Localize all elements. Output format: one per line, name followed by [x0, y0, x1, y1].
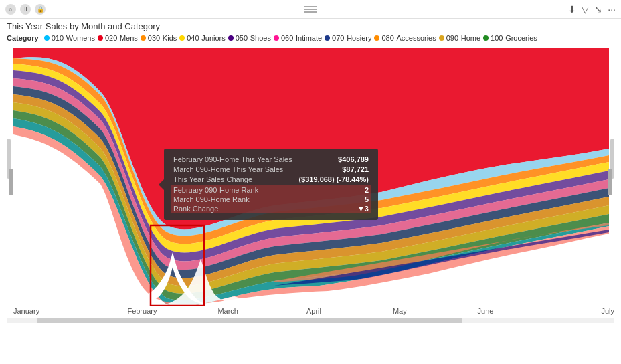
- legend-item-8: 090-Home: [439, 34, 480, 42]
- tooltip-row-6: Rank Change ▼3: [171, 204, 371, 213]
- legend-label-2: 030-Kids: [148, 34, 177, 42]
- legend-item-6: 070-Hosiery: [325, 34, 371, 42]
- tooltip-row-1: February 090-Home This Year Sales $406,7…: [173, 155, 369, 163]
- legend-dot-3: [179, 35, 185, 41]
- legend-prefix: Category: [7, 34, 39, 42]
- legend-label-0: 010-Womens: [52, 34, 95, 42]
- tooltip-val-6: ▼3: [357, 205, 369, 213]
- legend-dot-1: [98, 35, 103, 41]
- legend-dot-2: [141, 35, 146, 41]
- legend-label-3: 040-Juniors: [187, 34, 225, 42]
- tooltip-row-4: February 090-Home Rank 2: [171, 185, 371, 195]
- tooltip-row-5: March 090-Home Rank 5: [171, 195, 371, 204]
- tooltip-row-2: March 090-Home This Year Sales $87,721: [173, 165, 369, 173]
- tooltip-key-4: February 090-Home Rank: [173, 186, 258, 194]
- legend-item-0: 010-Womens: [44, 34, 95, 42]
- legend-item-5: 060-Intimate: [274, 34, 322, 42]
- scrollbar-thumb[interactable]: [37, 318, 462, 323]
- tooltip-val-3: ($319,068) (-78.44%): [298, 175, 369, 183]
- tooltip-key-1: February 090-Home This Year Sales: [173, 155, 292, 163]
- legend-item-4: 050-Shoes: [228, 34, 271, 42]
- legend-label-1: 020-Mens: [105, 34, 138, 42]
- tooltip-val-5: 5: [365, 195, 369, 203]
- legend-item-7: 080-Accessories: [374, 34, 436, 42]
- legend-item-1: 020-Mens: [98, 34, 138, 42]
- legend-label-9: 100-Groceries: [491, 34, 537, 42]
- x-label-february: February: [99, 307, 185, 315]
- tooltip-row-3: This Year Sales Change ($319,068) (-78.4…: [173, 175, 369, 183]
- tooltip-key-2: March 090-Home This Year Sales: [173, 165, 283, 173]
- legend-dot-9: [483, 35, 489, 41]
- tooltip-key-6: Rank Change: [173, 205, 218, 213]
- legend-label-7: 080-Accessories: [381, 34, 436, 42]
- chart-title: This Year Sales by Month and Category: [0, 19, 621, 33]
- top-bar-left: ○ ⏸ 🔒: [5, 4, 46, 15]
- scrollbar[interactable]: [7, 318, 614, 323]
- legend-label-5: 060-Intimate: [281, 34, 322, 42]
- x-label-april: April: [271, 307, 357, 315]
- tooltip-val-4: 2: [365, 186, 369, 194]
- legend-label-4: 050-Shoes: [236, 34, 271, 42]
- legend-dot-4: [228, 35, 234, 41]
- x-axis: January February March April May June Ju…: [0, 306, 621, 318]
- legend: Category 010-Womens020-Mens030-Kids040-J…: [0, 33, 621, 45]
- legend-label-6: 070-Hosiery: [332, 34, 371, 42]
- x-label-january: January: [13, 307, 99, 315]
- legend-label-8: 090-Home: [446, 34, 480, 42]
- lock-icon[interactable]: 🔒: [35, 4, 46, 15]
- svg-rect-5: [608, 169, 612, 195]
- filter-icon[interactable]: ▽: [582, 4, 589, 15]
- legend-dot-8: [439, 35, 444, 41]
- x-label-may: May: [357, 307, 442, 315]
- top-bar-right: ⬇ ▽ ⤡ ···: [568, 4, 616, 15]
- download-icon[interactable]: ⬇: [568, 4, 576, 15]
- x-label-march: March: [185, 307, 271, 315]
- legend-item-2: 030-Kids: [141, 34, 177, 42]
- legend-item-3: 040-Juniors: [179, 34, 225, 42]
- svg-rect-4: [9, 169, 13, 195]
- top-bar-center: [304, 6, 317, 13]
- x-label-june: June: [442, 307, 528, 315]
- top-bar: ○ ⏸ 🔒 ⬇ ▽ ⤡ ···: [0, 0, 621, 19]
- legend-dot-6: [325, 35, 330, 41]
- top-bar-icons: ○ ⏸ 🔒: [5, 4, 46, 15]
- circle-icon[interactable]: ○: [5, 4, 16, 15]
- tooltip-key-5: March 090-Home Rank: [173, 195, 250, 203]
- tooltip-val-2: $87,721: [342, 165, 369, 173]
- legend-dot-0: [44, 35, 50, 41]
- legend-dot-7: [374, 35, 379, 41]
- drag-handle[interactable]: [304, 6, 317, 13]
- tooltip-arrow: [159, 179, 164, 190]
- legend-item-9: 100-Groceries: [483, 34, 537, 42]
- tooltip-val-1: $406,789: [338, 155, 369, 163]
- x-label-july: July: [529, 307, 614, 315]
- more-icon[interactable]: ···: [608, 4, 616, 15]
- tooltip: February 090-Home This Year Sales $406,7…: [164, 149, 378, 220]
- pause-icon[interactable]: ⏸: [20, 4, 31, 15]
- expand-icon[interactable]: ⤡: [594, 4, 602, 15]
- legend-dot-5: [274, 35, 279, 41]
- tooltip-key-3: This Year Sales Change: [173, 175, 252, 183]
